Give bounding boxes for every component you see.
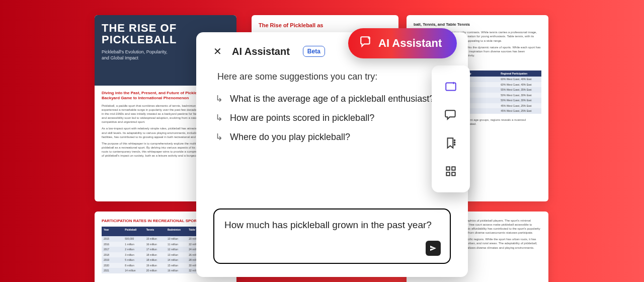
suggestion-item[interactable]: ↳ Where do you play pickleball?	[215, 131, 451, 143]
ai-assistant-panel: ✕ AI Assistant Beta Here are some sugges…	[196, 32, 468, 277]
suggestion-item[interactable]: ↳ How are points scored in pickleball?	[215, 112, 451, 123]
ai-assistant-label: AI Assistant	[378, 37, 442, 50]
bookmark-icon	[444, 136, 457, 150]
send-icon	[429, 244, 437, 252]
svg-rect-0	[446, 83, 456, 90]
svg-point-2	[454, 142, 455, 143]
svg-point-1	[454, 140, 455, 141]
suggestions-list: ↳ What is the average age of a picklebal…	[215, 93, 451, 143]
toolbar-bookmark[interactable]	[444, 136, 458, 150]
suggestion-text: Where do you play pickleball?	[230, 132, 350, 143]
toolbar-ai-sparkle[interactable]	[444, 80, 458, 94]
beta-badge: Beta	[303, 46, 325, 57]
side-toolbar	[432, 65, 470, 192]
suggestion-text: What is the average age of a pickleball …	[230, 94, 434, 104]
doc-hero-subtitle: Pickleball's Evolution, Popularity, and …	[102, 49, 172, 61]
grid-icon	[444, 165, 457, 178]
reply-arrow-icon: ↳	[215, 112, 223, 123]
svg-rect-7	[452, 172, 455, 176]
toolbar-chat[interactable]	[444, 108, 458, 122]
suggestion-item[interactable]: ↳ What is the average age of a picklebal…	[215, 93, 451, 104]
doc-title: ball, Tennis, and Table Tennis	[414, 22, 541, 27]
svg-rect-4	[446, 167, 450, 170]
toolbar-grid[interactable]	[444, 164, 458, 178]
svg-rect-6	[446, 172, 450, 176]
ai-assistant-button[interactable]: AI Assistant	[348, 28, 457, 58]
panel-title: AI Assistant	[232, 46, 290, 57]
sparkle-card-icon	[444, 80, 457, 93]
reply-arrow-icon: ↳	[215, 131, 223, 143]
suggestions-label: Here are some suggestions you can try:	[217, 72, 451, 82]
reply-arrow-icon: ↳	[215, 93, 223, 104]
chat-icon	[444, 108, 457, 121]
chat-input-text[interactable]: How much has pickleball grown in the pas…	[224, 220, 441, 235]
chat-input-box[interactable]: How much has pickleball grown in the pas…	[213, 208, 451, 264]
send-button[interactable]	[426, 241, 441, 256]
close-icon[interactable]: ✕	[213, 45, 222, 57]
suggestion-text: How are points scored in pickleball?	[230, 113, 374, 123]
sparkle-chat-icon	[359, 35, 372, 51]
svg-point-3	[454, 144, 455, 145]
svg-rect-5	[452, 167, 455, 170]
